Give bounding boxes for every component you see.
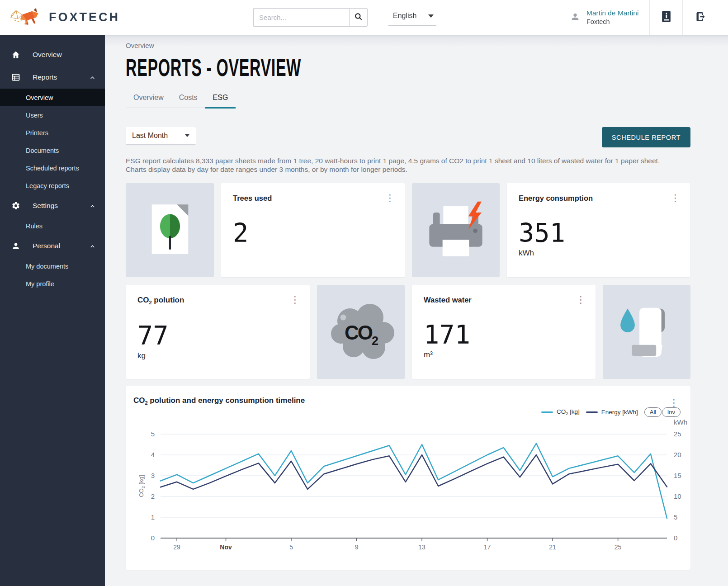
logout-button[interactable] (683, 0, 728, 35)
tab-esg[interactable]: ESG (205, 89, 236, 109)
wasted-water-card: Wasted water ⋮ 171 m³ (412, 285, 596, 379)
user-avatar-icon (570, 12, 580, 24)
sidebar-item-reports[interactable]: Reports (0, 66, 105, 89)
svg-text:20: 20 (674, 451, 681, 458)
trees-illustration-card (126, 183, 214, 277)
legend-co2: CO2 [kg] (541, 408, 580, 416)
svg-text:Nov: Nov (220, 543, 232, 551)
logout-icon (695, 11, 707, 24)
sidebar-subitem-reports-overview[interactable]: Overview (0, 89, 105, 106)
legend-swatch-energy (586, 411, 598, 413)
svg-text:25: 25 (674, 430, 681, 438)
chart-title: CO2 polution and energy consumption time… (133, 396, 690, 406)
kebab-menu-icon[interactable]: ⋮ (383, 193, 397, 203)
chevron-down-icon (428, 14, 434, 18)
chevron-up-icon (90, 75, 95, 80)
kebab-menu-icon[interactable]: ⋮ (288, 295, 303, 305)
sidebar-item-settings[interactable]: Settings (0, 194, 105, 217)
energy-illustration-card (412, 183, 500, 277)
svg-text:25: 25 (615, 543, 622, 551)
report-table-icon (11, 73, 21, 82)
svg-text:4: 4 (151, 451, 155, 458)
sidebar-subitem-users[interactable]: Users (0, 106, 105, 124)
water-value: 171 (424, 320, 586, 350)
kebab-menu-icon[interactable]: ⋮ (667, 398, 681, 408)
printer-energy-icon (425, 200, 487, 260)
trees-used-value: 2 (233, 218, 396, 248)
top-bar: FOXTECH English Martin de Martini Foxtec… (0, 0, 728, 35)
kebab-menu-icon[interactable]: ⋮ (573, 295, 588, 305)
svg-text:1: 1 (151, 513, 155, 521)
person-icon (11, 241, 21, 250)
period-select-value: Last Month (132, 132, 168, 140)
stat-cards: Trees used ⋮ 2 (126, 183, 690, 379)
manual-book-icon (661, 10, 672, 24)
water-illustration-card (603, 285, 690, 379)
tab-overview[interactable]: Overview (126, 89, 171, 109)
language-label: English (393, 12, 416, 20)
schedule-report-button[interactable]: SCHEDULE REPORT (602, 127, 690, 147)
sidebar-subitem-my-documents[interactable]: My documents (0, 257, 105, 275)
svg-text:0: 0 (151, 534, 155, 542)
svg-text:CO2 [kg]: CO2 [kg] (138, 475, 146, 497)
water-paper-icon (615, 297, 678, 367)
svg-text:5: 5 (151, 430, 155, 438)
sidebar-subitem-scheduled-reports[interactable]: Scheduled reports (0, 159, 105, 177)
energy-consumption-card: Energy consumption ⋮ 351 kWh (507, 183, 690, 277)
language-select[interactable]: English (388, 9, 436, 26)
energy-value: 351 (519, 218, 681, 248)
svg-text:0: 0 (674, 534, 677, 542)
chart-legend: CO2 [kg] Energy [kWh] All Inv (133, 406, 690, 417)
svg-text:9: 9 (355, 543, 359, 551)
svg-text:kWh: kWh (674, 419, 687, 426)
trees-used-card: Trees used ⋮ 2 (221, 183, 405, 277)
svg-text:17: 17 (484, 543, 491, 551)
tab-costs[interactable]: Costs (171, 89, 205, 109)
period-select[interactable]: Last Month (126, 127, 196, 145)
svg-text:21: 21 (549, 543, 556, 551)
brand-logo: FOXTECH (0, 5, 253, 30)
chevron-down-icon (185, 134, 189, 137)
co2-polution-card: CO2 polution ⋮ 77 kg (126, 285, 310, 379)
timeline-chart-card: CO2 polution and energy consumption time… (126, 386, 690, 570)
search-icon (354, 12, 363, 23)
sidebar-subitem-documents[interactable]: Documents (0, 142, 105, 159)
home-icon (11, 50, 21, 59)
chevron-up-icon (90, 203, 95, 208)
search-input[interactable] (253, 8, 349, 27)
kebab-menu-icon[interactable]: ⋮ (668, 193, 683, 203)
svg-text:3: 3 (151, 472, 155, 479)
chart-all-button[interactable]: All (644, 407, 662, 417)
brand-name: FOXTECH (49, 10, 120, 24)
card-title: Energy consumption (519, 194, 681, 203)
svg-text:15: 15 (674, 472, 681, 479)
search-bar (253, 8, 368, 27)
user-menu[interactable]: Martin de Martini Foxtech (560, 0, 649, 35)
legend-swatch-co2 (541, 411, 553, 413)
search-button[interactable] (349, 8, 368, 27)
sidebar-item-personal[interactable]: Personal (0, 235, 105, 257)
sidebar: Overview Reports Overview Users Printers… (0, 35, 105, 586)
svg-text:13: 13 (418, 543, 425, 551)
tree-page-icon (148, 202, 192, 259)
sidebar-item-overview[interactable]: Overview (0, 43, 105, 66)
sidebar-subitem-printers[interactable]: Printers (0, 124, 105, 142)
tab-bar: Overview Costs ESG (126, 89, 236, 108)
manual-button[interactable] (650, 0, 682, 35)
sidebar-subitem-my-profile[interactable]: My profile (0, 275, 105, 293)
sidebar-subitem-rules[interactable]: Rules (0, 217, 105, 235)
chart-inv-button[interactable]: Inv (662, 407, 681, 417)
co2-value: 77 (137, 321, 301, 350)
breadcrumb: Overview (126, 35, 711, 49)
svg-text:5: 5 (674, 513, 677, 521)
legend-energy: Energy [kWh] (586, 409, 638, 416)
svg-text:5: 5 (289, 543, 293, 551)
user-name: Martin de Martini (586, 9, 638, 18)
fox-logo-icon (9, 5, 44, 30)
esg-description: ESG report calculates 8,333 paper sheets… (126, 156, 681, 174)
svg-text:2: 2 (151, 492, 155, 500)
sidebar-subitem-legacy-reports[interactable]: Legacy reports (0, 177, 105, 194)
user-company: Foxtech (586, 18, 638, 26)
co2-illustration-card: CO2 (317, 285, 405, 379)
card-title: CO2 polution (137, 296, 301, 305)
